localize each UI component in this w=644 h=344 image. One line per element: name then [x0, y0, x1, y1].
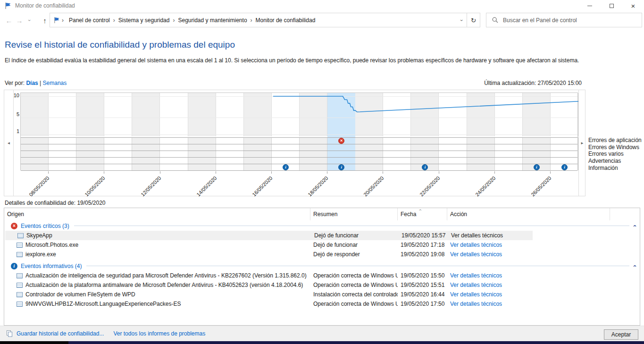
up-button[interactable]: ↑: [40, 14, 50, 27]
view-technical-details-link[interactable]: Ver detalles técnicos: [450, 272, 502, 279]
x-axis-date-label: 24/05/2020: [464, 175, 496, 207]
chart-day-column[interactable]: [244, 137, 272, 170]
chart-day-column[interactable]: [439, 137, 467, 170]
y-axis-tick-5: 5: [13, 111, 19, 117]
view-technical-details-link[interactable]: Ver detalles técnicos: [451, 232, 503, 239]
chart-day-column[interactable]: [49, 137, 76, 170]
chart-day-column[interactable]: [104, 137, 132, 170]
information-event-icon[interactable]: i: [338, 164, 344, 170]
restore-button[interactable]: [601, 0, 622, 11]
chart-row-line: [21, 164, 577, 164]
reliability-monitor-window: Monitor de confiabilidad × ← → › ↑ › Pan…: [0, 0, 644, 344]
chevron-right-icon: ›: [60, 17, 65, 24]
save-history-icon: [7, 330, 13, 337]
information-event-icon[interactable]: i: [422, 164, 428, 170]
x-axis-tick: [494, 171, 495, 174]
column-header-origen[interactable]: Origen: [4, 208, 310, 220]
view-technical-details-link[interactable]: Ver detalles técnicos: [450, 242, 502, 248]
view-all-reports-link[interactable]: Ver todos los informes de problemas: [113, 330, 205, 337]
restore-icon: [610, 4, 614, 8]
table-row[interactable]: iexplore.exe Dejó de responder 19/05/202…: [4, 250, 640, 259]
table-row[interactable]: Actualización de inteligencia de segurid…: [4, 271, 640, 280]
view-technical-details-link[interactable]: Ver detalles técnicos: [450, 282, 502, 288]
information-event-icon[interactable]: i: [283, 164, 289, 170]
chart-row-line: [21, 137, 577, 138]
event-row-label: Información: [588, 165, 642, 172]
breadcrumb-item[interactable]: Panel de control: [67, 17, 112, 24]
group-label: Eventos informativos (4): [21, 263, 82, 269]
chart-day-column[interactable]: [495, 137, 523, 170]
chart-plot-area: ×iiiii: [20, 92, 578, 170]
chevron-down-icon: ›: [27, 19, 33, 21]
breadcrumb-item[interactable]: Monitor de confiabilidad: [254, 17, 318, 24]
close-button[interactable]: ×: [622, 0, 644, 11]
x-axis-date-label: 16/05/2020: [241, 175, 273, 207]
column-header-accion[interactable]: Acción: [447, 208, 610, 220]
application-icon: [17, 233, 24, 238]
forward-button[interactable]: →: [14, 14, 25, 27]
view-days-link[interactable]: Días: [26, 80, 38, 86]
forward-icon: →: [16, 17, 23, 25]
application-icon: [17, 243, 23, 248]
chart-scroll-right[interactable]: ►: [578, 90, 585, 196]
chart-scroll-left[interactable]: ◄: [4, 90, 14, 196]
table-row[interactable]: SkypeApp Dejó de funcionar 19/05/2020 15…: [5, 231, 533, 240]
view-technical-details-link[interactable]: Ver detalles técnicos: [450, 251, 502, 258]
chart-day-column[interactable]: [467, 137, 495, 170]
column-header-resumen[interactable]: Resumen: [310, 208, 398, 220]
critical-event-icon[interactable]: ×: [338, 138, 344, 144]
taskbar-edge-left: [0, 341, 68, 344]
breadcrumb-item[interactable]: Sistema y seguridad: [117, 17, 172, 24]
information-event-icon[interactable]: i: [534, 164, 540, 170]
application-icon: [17, 273, 23, 278]
chevron-right-icon: ›: [249, 17, 254, 24]
event-row-label: Errores de Windows: [588, 144, 642, 151]
table-row[interactable]: Microsoft.Photos.exe Dejó de funcionar 1…: [4, 240, 640, 250]
view-by-label: Ver por:: [5, 80, 25, 86]
group-header[interactable]: iEventos informativos (4)›: [4, 261, 640, 271]
x-axis-tick: [271, 171, 272, 174]
chart-day-column[interactable]: [383, 137, 411, 170]
table-row[interactable]: Controlador de volumen FileSytem de WPD …: [4, 290, 640, 299]
information-event-icon[interactable]: i: [561, 164, 568, 170]
accept-button[interactable]: Aceptar: [604, 329, 638, 340]
y-axis-tick-1: 1: [13, 128, 19, 134]
chart-day-column[interactable]: [300, 137, 327, 170]
title-bar: Monitor de confiabilidad ×: [0, 0, 644, 11]
breadcrumb-item[interactable]: Seguridad y mantenimiento: [176, 17, 249, 24]
details-title: Detalles de confiabilidad de: 19/05/2020: [5, 200, 106, 206]
group-header[interactable]: ×Eventos críticos (3)›: [4, 221, 640, 231]
address-bar[interactable]: › Panel de control›Sistema y seguridad›S…: [50, 13, 467, 27]
back-button[interactable]: ←: [4, 14, 14, 27]
chart-day-column[interactable]: [76, 137, 104, 170]
view-technical-details-link[interactable]: Ver detalles técnicos: [450, 291, 502, 298]
collapse-chevron-icon[interactable]: ›: [630, 225, 637, 227]
view-technical-details-link[interactable]: Ver detalles técnicos: [450, 301, 502, 307]
chart-day-column[interactable]: [132, 137, 160, 170]
save-history-link[interactable]: Guardar historial de confiabilidad...: [17, 330, 104, 337]
last-update-label: Última actualización: 27/05/2020 15:00: [484, 80, 582, 86]
collapse-chevron-icon[interactable]: ›: [630, 265, 637, 267]
event-row-labels: Errores de aplicaciónErrores de WindowsE…: [588, 137, 642, 172]
x-axis-tick: [104, 171, 104, 174]
view-by-bar: Ver por: Días | Semanas: [5, 80, 67, 86]
chart-day-column[interactable]: [160, 137, 188, 170]
chart-day-column[interactable]: [188, 137, 216, 170]
chart-row-line: [21, 151, 577, 151]
breadcrumb: Panel de control›Sistema y seguridad›Seg…: [67, 17, 317, 24]
refresh-button[interactable]: ↻: [467, 13, 480, 27]
minimize-button[interactable]: [579, 0, 601, 11]
chart-day-column[interactable]: [216, 137, 244, 170]
table-row[interactable]: Actualización de la plataforma antimalwa…: [4, 280, 640, 290]
scroll-left-icon: ◄: [4, 141, 13, 145]
table-row[interactable]: 9NWVGWLHPB1Z-Microsoft.LanguageExperienc…: [4, 299, 640, 309]
chart-day-column[interactable]: [21, 137, 49, 170]
recent-pages-button[interactable]: ›: [25, 14, 35, 27]
address-dropdown-icon[interactable]: ›: [459, 19, 465, 21]
stability-chart: ◄ 10 5 1 ×iiiii 08/05/202010/05/202012/0…: [4, 90, 585, 196]
view-weeks-link[interactable]: Semanas: [43, 80, 67, 86]
chart-day-column[interactable]: [355, 137, 383, 170]
sort-ascending-icon: ›: [417, 209, 423, 211]
search-input[interactable]: [503, 17, 642, 24]
event-group: iEventos informativos (4)› Actualización…: [4, 261, 640, 309]
